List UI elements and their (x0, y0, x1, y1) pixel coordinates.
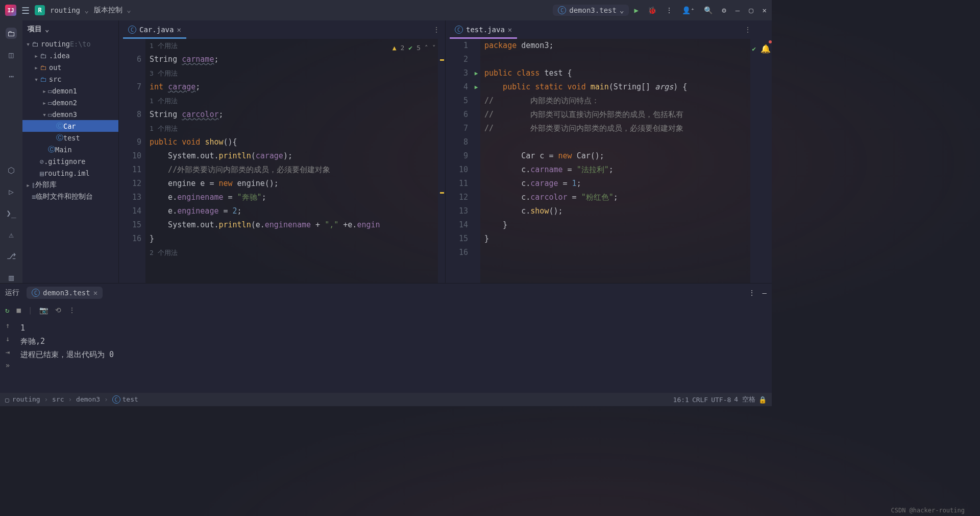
caret-position[interactable]: 16:1 (673, 396, 689, 404)
tree-row-demon2[interactable]: ▸▭ demon2 (22, 97, 118, 108)
db-tool-button[interactable]: ▥ (6, 272, 17, 283)
tab-car-java[interactable]: C Car.java ✕ (123, 20, 186, 39)
tree-row-外部库[interactable]: ▸⫿ 外部库 (22, 179, 118, 191)
tab-label: test.java (466, 26, 505, 34)
error-stripe-left[interactable] (438, 39, 445, 283)
class-icon: C (558, 6, 566, 14)
more-run-button[interactable]: ⋮ (68, 306, 76, 314)
vcs-menu[interactable]: 版本控制 (94, 6, 131, 15)
structure-tool-button[interactable]: ◫ (6, 49, 17, 60)
debug-button[interactable]: 🐞 (648, 6, 656, 14)
tree-row-Main[interactable]: Ⓒ Main (22, 144, 118, 155)
up-button[interactable]: ↑ (6, 321, 10, 330)
search-icon[interactable]: 🔍 (704, 6, 713, 14)
tree-row-.idea[interactable]: ▸🗀 .idea (22, 50, 118, 61)
code-with-me-icon[interactable]: 👤⁺ (682, 6, 695, 14)
git-tool-button[interactable]: ⎇ (6, 250, 17, 262)
notifications-strip[interactable]: 🔔 (757, 39, 772, 283)
scroll-to-end-button[interactable]: » (6, 361, 10, 369)
close-run-tab[interactable]: ✕ (93, 289, 97, 297)
project-tool-button[interactable]: 🗀 (6, 28, 17, 39)
tab-menu-button[interactable]: ⋮ (739, 26, 756, 34)
editor-tabs-right: C test.java ✕ ⋮ (446, 20, 772, 39)
tree-row-src[interactable]: ▾🗀 src (22, 73, 118, 85)
tree-row-routing[interactable]: ▾🗀 routing E:\to (22, 38, 118, 50)
editor-split: C Car.java ✕ ⋮ ▲2 ✔5 ˄ ˅ 678910111213141… (118, 20, 772, 283)
error-stripe-right[interactable]: ✔ (750, 39, 757, 283)
line-gutter-right: 12345678910111213141516 (446, 39, 472, 283)
checkmark-icon: ✔ (752, 42, 756, 56)
maximize-button[interactable]: ▢ (749, 6, 753, 14)
code-left[interactable]: 1 个用法String carname;3 个用法int carage;1 个用… (145, 39, 438, 283)
editor-pane-left: C Car.java ✕ ⋮ ▲2 ✔5 ˄ ˅ 678910111213141… (118, 20, 445, 283)
file-encoding[interactable]: UTF-8 (711, 396, 731, 404)
console-side-toolbar: ↑ ↓ ⇥ » (0, 318, 15, 393)
run-gutter-right[interactable]: ▶▶ (472, 39, 480, 283)
more-actions-button[interactable]: ⋮ (666, 6, 673, 14)
run-tool-button[interactable]: ▷ (6, 186, 17, 197)
run-panel-tabs: 运行 C demon3.test ✕ ⋮ — (0, 284, 772, 302)
run-panel-title: 运行 (5, 288, 19, 297)
exit-button[interactable]: ⟲ (55, 306, 61, 314)
run-toolbar: ↻ ■ | 📷 ⟲ ⋮ (0, 302, 772, 318)
chevron-down-icon: ⌄ (620, 6, 624, 14)
rerun-button[interactable]: ↻ (5, 306, 9, 314)
tab-label: Car.java (139, 26, 174, 34)
soft-wrap-button[interactable]: ⇥ (6, 348, 10, 356)
down-button[interactable]: ↓ (6, 335, 10, 343)
code-right[interactable]: package demon3;public class test { publi… (480, 39, 750, 283)
hide-run-panel[interactable]: — (763, 289, 767, 297)
chevron-down-icon: ⌄ (45, 25, 49, 33)
editor-pane-right: C test.java ✕ ⋮ 12345678910111213141516 … (445, 20, 772, 283)
line-separator[interactable]: CRLF (692, 396, 708, 404)
tree-row-test[interactable]: Ⓒ test (22, 132, 118, 144)
titlebar: IJ ☰ R routing 版本控制 C demon3.test ⌄ ▶ 🐞 … (0, 0, 772, 20)
project-tree[interactable]: ▾🗀 routing E:\to▸🗀 .idea▸🗀 out▾🗀 src▸▭ d… (22, 38, 118, 202)
tree-row-Car[interactable]: Ⓒ Car (22, 120, 118, 132)
minimize-button[interactable]: — (736, 6, 740, 14)
breadcrumb[interactable]: routing › src › demon3 › Ctest (12, 395, 138, 404)
indent-info[interactable]: 4 空格 (734, 395, 755, 404)
run-panel-menu[interactable]: ⋮ (748, 289, 755, 297)
run-button[interactable]: ▶ (634, 6, 638, 14)
more-tool-button[interactable]: ⋯ (6, 71, 17, 82)
tab-menu-button[interactable]: ⋮ (428, 26, 445, 34)
class-icon: C (32, 289, 40, 297)
services-tool-button[interactable]: ⬡ (6, 165, 17, 176)
run-config-label: demon3.test (569, 6, 617, 14)
main-menu-button[interactable]: ☰ (21, 5, 30, 16)
tree-row-out[interactable]: ▸🗀 out (22, 61, 118, 73)
close-tab-button[interactable]: ✕ (177, 26, 181, 34)
run-panel: 运行 C demon3.test ✕ ⋮ — ↻ ■ | 📷 ⟲ ⋮ ↑ ↓ ⇥… (0, 283, 772, 393)
editor-tabs-left: C Car.java ✕ ⋮ (119, 20, 445, 39)
run-config-selector[interactable]: C demon3.test ⌄ (553, 5, 629, 16)
console-output[interactable]: 1奔驰,2进程已结束，退出代码为 0 (15, 318, 772, 393)
tree-row-demon1[interactable]: ▸▭ demon1 (22, 85, 118, 97)
close-button[interactable]: ✕ (763, 6, 767, 14)
notification-dot (769, 40, 772, 43)
settings-icon[interactable]: ⚙ (722, 6, 726, 14)
tool-window-bar-left: 🗀 ◫ ⋯ ⬡ ▷ ❯_ ⚠ ⎇ ▥ (0, 20, 22, 283)
code-area-right[interactable]: 12345678910111213141516 ▶▶ package demon… (446, 39, 772, 283)
code-area-left[interactable]: ▲2 ✔5 ˄ ˅ 678910111213141516 1 个用法String… (119, 39, 445, 283)
stop-button[interactable]: ■ (16, 306, 20, 314)
run-tab[interactable]: C demon3.test ✕ (27, 287, 103, 299)
tree-row-demon3[interactable]: ▾▭ demon3 (22, 108, 118, 120)
bell-icon: 🔔 (761, 42, 771, 56)
tree-row-routing.iml[interactable]: ▤ routing.iml (22, 167, 118, 179)
project-badge: R (35, 5, 45, 15)
readonly-icon[interactable]: 🔒 (758, 396, 767, 404)
tree-row-.gitignore[interactable]: ⊘ .gitignore (22, 155, 118, 167)
close-tab-button[interactable]: ✕ (508, 26, 512, 34)
status-bar: ▢ routing › src › demon3 › Ctest 16:1 CR… (0, 393, 772, 406)
tab-test-java[interactable]: C test.java ✕ (450, 20, 517, 39)
problems-tool-button[interactable]: ⚠ (6, 229, 17, 240)
breadcrumb-icon: ▢ (5, 396, 9, 404)
project-menu[interactable]: routing (50, 6, 89, 14)
main-area: 🗀 ◫ ⋯ ⬡ ▷ ❯_ ⚠ ⎇ ▥ 项目 ⌄ ▾🗀 routing E:\to… (0, 20, 772, 283)
project-panel-header[interactable]: 项目 ⌄ (22, 20, 118, 38)
attach-button[interactable]: 📷 (39, 306, 48, 314)
app-icon: IJ (5, 5, 16, 16)
terminal-tool-button[interactable]: ❯_ (6, 207, 17, 219)
tree-row-临时文件和控制台[interactable]: ≡ 临时文件和控制台 (22, 191, 118, 202)
